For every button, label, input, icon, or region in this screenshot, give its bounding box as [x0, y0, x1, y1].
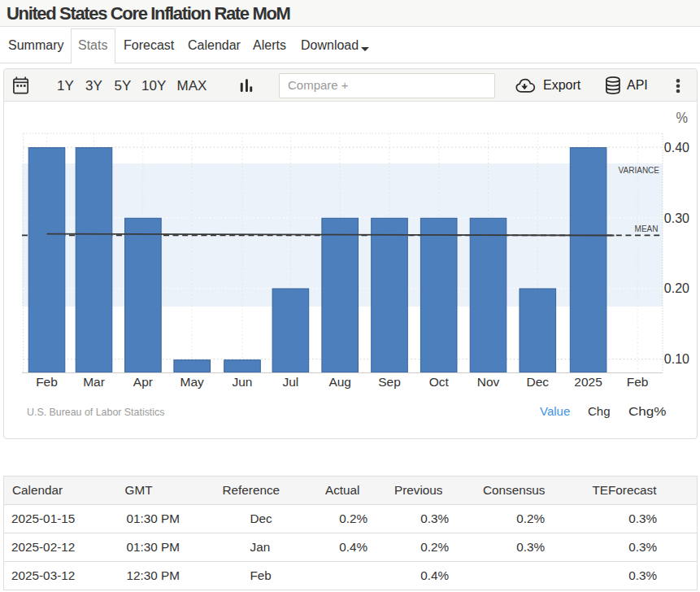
svg-text:Feb: Feb [36, 375, 58, 389]
svg-text:Feb: Feb [627, 375, 649, 389]
svg-text:Nov: Nov [477, 375, 500, 389]
svg-text:MEAN: MEAN [635, 224, 659, 233]
svg-text:May: May [180, 375, 205, 389]
svg-text:0.40: 0.40 [664, 141, 689, 155]
svg-text:Oct: Oct [429, 375, 450, 389]
svg-text:U.S. Bureau of Labor Statistic: U.S. Bureau of Labor Statistics [27, 407, 164, 418]
svg-text:Sep: Sep [378, 375, 401, 389]
svg-text:VARIANCE: VARIANCE [619, 166, 660, 175]
svg-text:Jul: Jul [282, 375, 298, 389]
svg-text:Aug: Aug [328, 375, 351, 389]
svg-text:2025: 2025 [574, 375, 602, 389]
svg-text:Dec: Dec [527, 375, 550, 389]
svg-text:Chg: Chg [588, 404, 611, 418]
svg-text:Chg%: Chg% [628, 404, 667, 418]
svg-text:0.10: 0.10 [664, 352, 689, 366]
svg-text:Jun: Jun [233, 375, 253, 389]
svg-text:Apr: Apr [133, 375, 153, 389]
svg-text:Mar: Mar [83, 375, 105, 389]
svg-text:0.20: 0.20 [664, 281, 689, 295]
svg-text:Value: Value [540, 404, 570, 418]
svg-text:%: % [676, 109, 689, 126]
svg-text:0.30: 0.30 [664, 211, 689, 225]
